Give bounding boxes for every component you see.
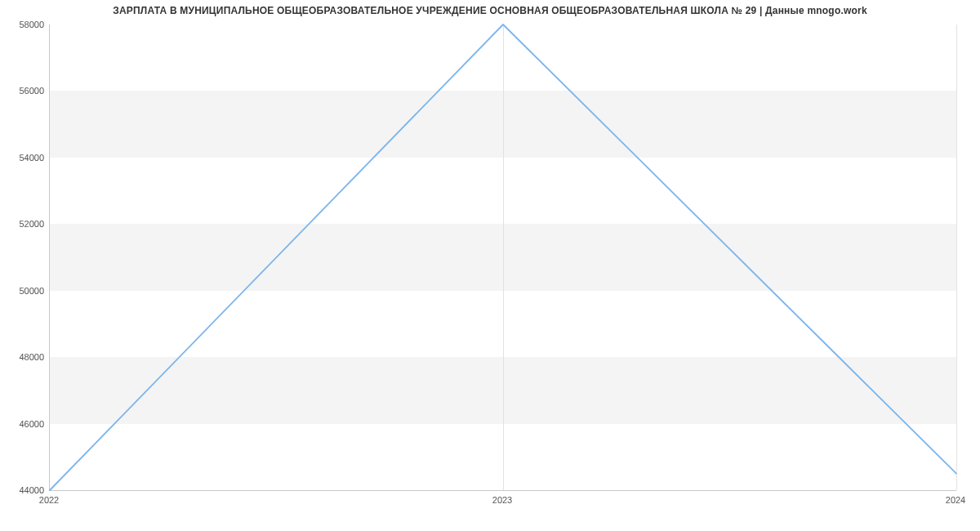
series-line — [50, 25, 956, 490]
x-tick-label: 2022 — [39, 495, 59, 505]
x-tick-label: 2024 — [946, 495, 965, 505]
chart-title: ЗАРПЛАТА В МУНИЦИПАЛЬНОЕ ОБЩЕОБРАЗОВАТЕЛ… — [0, 5, 980, 16]
y-tick-label: 44000 — [3, 485, 44, 495]
y-tick-label: 58000 — [3, 20, 44, 29]
y-tick-label: 48000 — [3, 352, 44, 362]
plot-area — [49, 25, 956, 491]
chart-container: ЗАРПЛАТА В МУНИЦИПАЛЬНОЕ ОБЩЕОБРАЗОВАТЕЛ… — [0, 0, 980, 531]
y-tick-label: 50000 — [3, 286, 44, 296]
grid-vertical — [956, 25, 957, 490]
y-tick-label: 56000 — [3, 86, 44, 96]
y-tick-label: 46000 — [3, 419, 44, 429]
x-tick-label: 2023 — [492, 495, 512, 505]
y-tick-label: 54000 — [3, 153, 44, 163]
y-tick-label: 52000 — [3, 219, 44, 229]
line-series — [50, 25, 956, 490]
